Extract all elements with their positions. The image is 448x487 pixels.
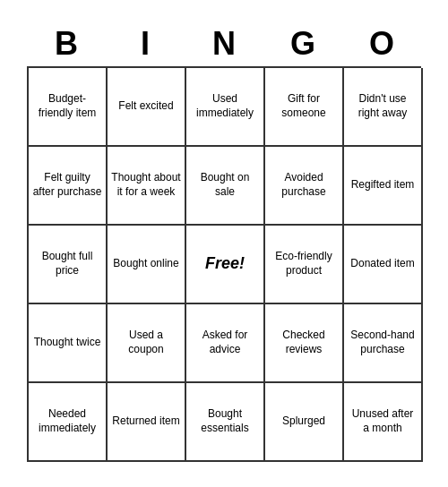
bingo-cell-o1[interactable]: Didn't use right away <box>344 68 423 147</box>
bingo-cell-b2[interactable]: Felt guilty after purchase <box>29 147 108 226</box>
bingo-letter-o: O <box>342 25 421 63</box>
bingo-cell-o2[interactable]: Regifted item <box>344 147 423 226</box>
bingo-cell-i4[interactable]: Used a coupon <box>108 304 186 383</box>
bingo-cell-i3[interactable]: Bought online <box>108 226 186 304</box>
bingo-cell-b1[interactable]: Budget-friendly item <box>29 68 108 147</box>
bingo-cell-o3[interactable]: Donated item <box>344 226 423 304</box>
bingo-letter-g: G <box>263 25 342 63</box>
bingo-letter-n: N <box>185 25 263 63</box>
bingo-cell-n3[interactable]: Free! <box>186 226 265 304</box>
bingo-cell-i2[interactable]: Thought about it for a week <box>108 147 186 226</box>
bingo-cell-o5[interactable]: Unused after a month <box>344 383 423 462</box>
bingo-cell-g3[interactable]: Eco-friendly product <box>265 226 344 304</box>
bingo-cell-n4[interactable]: Asked for advice <box>186 304 265 383</box>
bingo-cell-i5[interactable]: Returned item <box>108 383 186 462</box>
bingo-header: BINGO <box>27 25 421 63</box>
bingo-cell-b3[interactable]: Bought full price <box>29 226 108 304</box>
bingo-cell-o4[interactable]: Second-hand purchase <box>344 304 423 383</box>
bingo-cell-b5[interactable]: Needed immediately <box>29 383 108 462</box>
bingo-cell-g2[interactable]: Avoided purchase <box>265 147 344 226</box>
bingo-grid: Budget-friendly itemFelt excitedUsed imm… <box>27 66 421 462</box>
bingo-cell-b4[interactable]: Thought twice <box>29 304 108 383</box>
bingo-letter-i: I <box>106 25 185 63</box>
bingo-card: BINGO Budget-friendly itemFelt excitedUs… <box>18 16 430 471</box>
bingo-cell-n1[interactable]: Used immediately <box>186 68 265 147</box>
bingo-cell-i1[interactable]: Felt excited <box>108 68 186 147</box>
bingo-cell-n2[interactable]: Bought on sale <box>186 147 265 226</box>
bingo-cell-g4[interactable]: Checked reviews <box>265 304 344 383</box>
bingo-cell-n5[interactable]: Bought essentials <box>186 383 265 462</box>
bingo-cell-g5[interactable]: Splurged <box>265 383 344 462</box>
bingo-cell-g1[interactable]: Gift for someone <box>265 68 344 147</box>
bingo-letter-b: B <box>27 25 106 63</box>
